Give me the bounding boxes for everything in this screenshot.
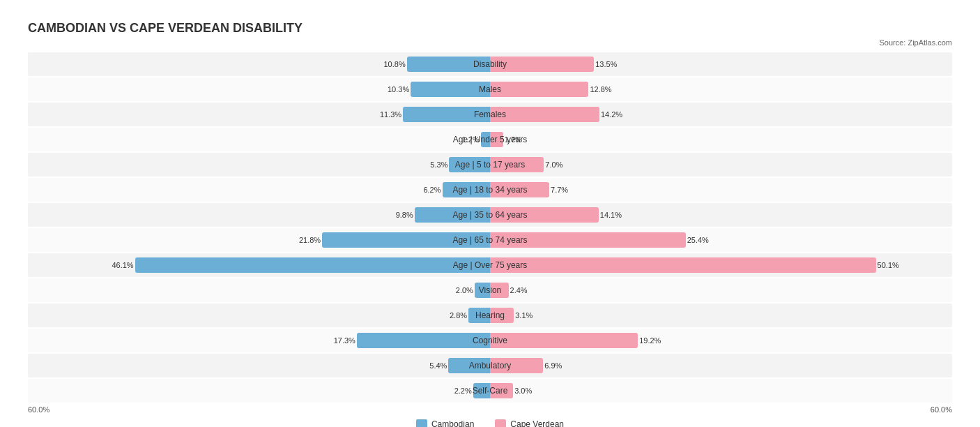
- bars-container: Self-Care 2.2% 3.0%: [28, 379, 952, 403]
- bar-left: [357, 333, 490, 348]
- value-left: 2.2%: [454, 387, 472, 395]
- value-left: 6.2%: [423, 186, 441, 194]
- axis-left: 60.0%: [28, 405, 49, 414]
- bar-row: Age | 35 to 64 years 9.8% 14.1%: [28, 203, 952, 227]
- bar-left: [443, 182, 491, 197]
- value-right: 50.1%: [878, 261, 899, 269]
- value-left: 9.8%: [396, 211, 413, 219]
- value-right: 3.1%: [515, 311, 533, 320]
- value-left: 17.3%: [334, 336, 355, 345]
- legend: Cambodian Cape Verdean: [28, 419, 952, 427]
- chart-container: CAMBODIAN VS CAPE VERDEAN DISABILITY Sou…: [14, 14, 966, 427]
- legend-cape-verdean-box: [495, 419, 506, 427]
- value-right: 1.7%: [505, 135, 522, 144]
- bars-container: Females 11.3% 14.2%: [28, 103, 952, 126]
- bar-row: Age | 65 to 74 years 21.8% 25.4%: [28, 228, 952, 252]
- bar-left: [449, 157, 490, 172]
- bar-left: [403, 107, 490, 122]
- bar-right: [490, 257, 876, 273]
- bar-row: Disability 10.8% 13.5%: [28, 52, 952, 76]
- bars-container: Age | 18 to 34 years 6.2% 7.7%: [28, 178, 952, 202]
- bar-left: [473, 383, 490, 398]
- bar-left: [481, 132, 490, 147]
- bar-right: [490, 333, 638, 348]
- bar-right: [490, 207, 599, 223]
- value-left: 5.4%: [429, 361, 447, 370]
- bar-left: [448, 358, 490, 373]
- bar-row: Age | 5 to 17 years 5.3% 7.0%: [28, 153, 952, 177]
- bar-row: Age | Under 5 years 1.2% 1.7%: [28, 128, 952, 151]
- value-right: 2.4%: [510, 286, 528, 294]
- bar-row: Vision 2.0% 2.4%: [28, 278, 952, 302]
- bar-right: [490, 132, 503, 147]
- value-right: 3.0%: [514, 387, 532, 395]
- axis-right: 60.0%: [931, 405, 952, 414]
- legend-cambodian-label: Cambodian: [431, 419, 474, 427]
- bar-right: [490, 383, 513, 398]
- bars-container: Age | Under 5 years 1.2% 1.7%: [28, 128, 952, 151]
- bar-right: [490, 157, 544, 172]
- bars-container: Age | Over 75 years 46.1% 50.1%: [28, 253, 952, 277]
- value-right: 6.9%: [544, 361, 562, 370]
- bars-container: Hearing 2.8% 3.1%: [28, 304, 952, 327]
- value-right: 12.8%: [590, 85, 611, 93]
- bar-row: Cognitive 17.3% 19.2%: [28, 329, 952, 352]
- bar-right: [490, 283, 509, 298]
- bar-row: Females 11.3% 14.2%: [28, 103, 952, 126]
- value-right: 7.0%: [545, 160, 562, 169]
- source-text: Source: ZipAtlas.com: [28, 38, 952, 47]
- value-left: 46.1%: [112, 261, 133, 269]
- bars-container: Cognitive 17.3% 19.2%: [28, 329, 952, 352]
- bars-container: Vision 2.0% 2.4%: [28, 278, 952, 302]
- bar-left: [415, 207, 490, 223]
- bar-left: [475, 283, 490, 298]
- bars-container: Age | 65 to 74 years 21.8% 25.4%: [28, 228, 952, 252]
- value-left: 10.3%: [388, 85, 409, 93]
- bar-right: [490, 107, 599, 122]
- bar-right: [490, 358, 543, 373]
- bars-container: Disability 10.8% 13.5%: [28, 52, 952, 76]
- bar-right: [490, 182, 549, 197]
- bar-row: Ambulatory 5.4% 6.9%: [28, 354, 952, 377]
- bar-left: [407, 57, 490, 72]
- bar-right: [490, 308, 514, 323]
- value-left: 2.0%: [456, 286, 473, 294]
- axis-labels: 60.0% 60.0%: [28, 405, 952, 414]
- bar-row: Age | 18 to 34 years 6.2% 7.7%: [28, 178, 952, 202]
- value-right: 14.1%: [600, 211, 622, 219]
- value-right: 19.2%: [639, 336, 661, 345]
- bar-left: [468, 308, 490, 323]
- bars-container: Males 10.3% 12.8%: [28, 77, 952, 101]
- bars-container: Age | 35 to 64 years 9.8% 14.1%: [28, 203, 952, 227]
- value-left: 5.3%: [430, 160, 447, 169]
- value-right: 13.5%: [595, 60, 617, 68]
- bar-row: Hearing 2.8% 3.1%: [28, 304, 952, 327]
- value-right: 7.7%: [551, 186, 568, 194]
- chart-area: Disability 10.8% 13.5% Males 10.3% 12.8%…: [28, 52, 952, 403]
- bars-container: Age | 5 to 17 years 5.3% 7.0%: [28, 153, 952, 177]
- legend-cape-verdean: Cape Verdean: [495, 419, 564, 427]
- value-left: 2.8%: [450, 311, 467, 320]
- value-right: 25.4%: [687, 236, 709, 244]
- value-left: 1.2%: [462, 135, 480, 144]
- bar-row: Males 10.3% 12.8%: [28, 77, 952, 101]
- legend-cape-verdean-label: Cape Verdean: [510, 419, 564, 427]
- value-left: 21.8%: [299, 236, 321, 244]
- legend-cambodian-box: [416, 419, 427, 427]
- legend-cambodian: Cambodian: [416, 419, 474, 427]
- bar-right: [490, 57, 594, 72]
- chart-title: CAMBODIAN VS CAPE VERDEAN DISABILITY: [28, 21, 952, 36]
- bar-left: [411, 82, 490, 97]
- value-right: 14.2%: [601, 110, 622, 119]
- bars-container: Ambulatory 5.4% 6.9%: [28, 354, 952, 377]
- bar-right: [490, 232, 686, 248]
- value-left: 11.3%: [380, 110, 401, 119]
- value-left: 10.8%: [383, 60, 405, 68]
- bar-row: Age | Over 75 years 46.1% 50.1%: [28, 253, 952, 277]
- bar-right: [490, 82, 588, 97]
- bar-left: [322, 232, 490, 248]
- bar-left: [135, 257, 490, 273]
- bar-row: Self-Care 2.2% 3.0%: [28, 379, 952, 403]
